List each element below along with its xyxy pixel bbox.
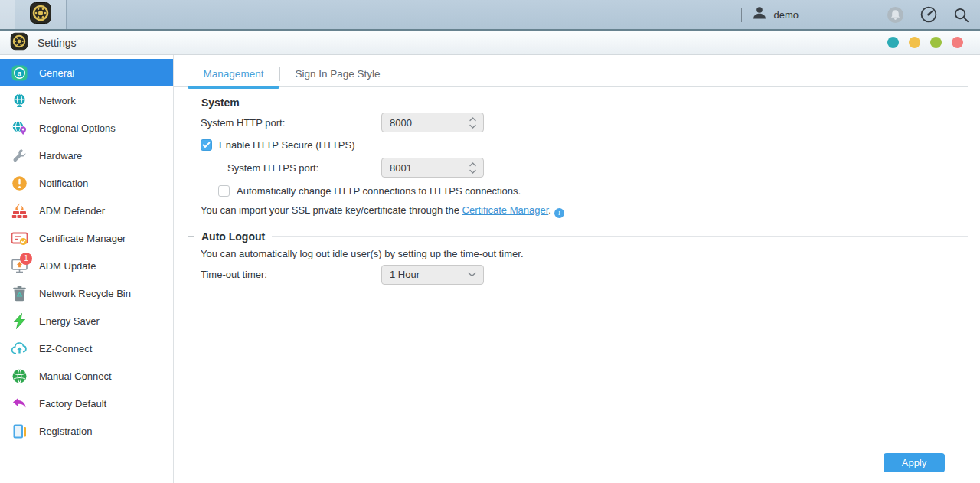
sidebar-item-general[interactable]: a General [0,59,173,86]
sidebar-item-label: Manual Connect [39,370,112,382]
adm-defender-icon [11,202,28,220]
tab-bar: Management Sign In Page Style [174,61,968,87]
sidebar-item-label: Factory Default [39,398,106,410]
sidebar-item-label: Notification [39,178,88,189]
system-section-title: System [201,96,240,109]
sidebar-item-label: Network [39,95,76,106]
auto-logout-section-header: Auto Logout [188,231,968,242]
sidebar-item-factory-default[interactable]: Factory Default [0,390,173,417]
certificate-manager-icon [11,230,28,247]
system-section-header: System [188,97,968,108]
registration-icon [11,423,28,440]
chevron-down-icon [468,272,476,277]
http-port-spinner[interactable] [381,113,484,132]
factory-default-icon [11,395,28,413]
sidebar-item-regional-options[interactable]: Regional Options [0,114,173,142]
hardware-icon [11,147,28,165]
window-titlebar[interactable]: Settings [0,31,980,55]
taskbar-divider [877,8,877,22]
auto-redirect-row: Automatically change HTTP connections to… [218,184,980,197]
timeout-timer-value: 1 Hour [390,269,420,280]
tab-management[interactable]: Management [188,61,279,86]
taskbar-edge-slot [0,0,15,29]
sidebar-item-label: ADM Defender [39,205,105,217]
sidebar: a General Network [0,55,174,483]
general-icon: a [11,64,28,82]
http-port-input[interactable] [390,117,456,129]
regional-options-icon [11,119,28,137]
tab-sign-in-page-style[interactable]: Sign In Page Style [280,61,395,86]
sidebar-item-label: General [39,67,74,79]
sidebar-item-energy-saver[interactable]: Energy Saver [0,307,173,335]
update-count-badge: 1 [20,253,32,265]
sidebar-item-certificate-manager[interactable]: Certificate Manager [0,224,173,252]
settings-app-icon [29,2,52,28]
sidebar-item-registration[interactable]: Registration [0,417,173,445]
sidebar-item-label: EZ-Connect [39,343,92,354]
sidebar-item-label: Regional Options [39,122,116,134]
notifications-bell-icon[interactable] [887,6,904,24]
auto-logout-section-title: Auto Logout [201,230,265,243]
username: demo [773,9,799,21]
section-rule [272,236,968,237]
taskbar-settings-app[interactable] [15,0,67,29]
https-port-row: System HTTPS port: [201,158,980,178]
sidebar-item-label: Network Recycle Bin [39,288,131,299]
timeout-timer-label: Time-out timer: [201,269,381,280]
main-content: Management Sign In Page Style System Sys… [174,55,980,483]
notification-icon [11,175,28,192]
apply-button[interactable]: Apply [884,453,945,472]
timeout-timer-select[interactable]: 1 Hour [381,265,484,285]
http-port-label: System HTTP port: [201,117,381,129]
info-icon[interactable]: i [554,208,564,218]
sidebar-item-label: ADM Update [39,260,96,272]
settings-window: Settings a General [0,29,980,483]
adm-update-icon: 1 [11,257,28,275]
spinner-up-icon[interactable] [469,117,476,122]
sidebar-item-label: Energy Saver [39,315,100,327]
enable-https-label: Enable HTTP Secure (HTTPS) [219,139,354,151]
sidebar-item-manual-connect[interactable]: Manual Connect [0,362,173,390]
ez-connect-icon [11,340,28,357]
energy-saver-icon [11,312,28,330]
window-control-dot-teal[interactable] [887,37,899,48]
spinner-down-icon[interactable] [469,169,476,174]
check-icon [202,142,211,148]
sidebar-item-notification[interactable]: Notification [0,169,173,197]
window-control-dot-green[interactable] [930,37,942,48]
sidebar-item-network[interactable]: Network [0,86,173,114]
window-title: Settings [38,37,77,49]
sidebar-item-adm-defender[interactable]: ADM Defender [0,197,173,224]
spinner-down-icon[interactable] [469,124,476,129]
certificate-manager-link[interactable]: Certificate Manager [462,204,549,216]
section-rule [247,103,968,103]
network-recycle-bin-icon [11,285,28,302]
network-icon [11,92,28,109]
ssl-note: You can import your SSL private key/cert… [201,204,980,218]
sidebar-item-label: Certificate Manager [39,233,126,244]
window-control-dot-yellow[interactable] [909,37,920,48]
timeout-timer-row: Time-out timer: 1 Hour [201,265,980,285]
auto-redirect-checkbox[interactable] [218,185,230,197]
enable-https-row: Enable HTTP Secure (HTTPS) [201,139,980,151]
sidebar-item-label: Hardware [39,150,82,162]
sidebar-item-network-recycle-bin[interactable]: Network Recycle Bin [0,279,173,307]
ssl-note-prefix: You can import your SSL private key/cert… [201,204,462,216]
user-menu[interactable]: demo [752,5,799,24]
sidebar-item-adm-update[interactable]: 1 ADM Update [0,252,173,279]
http-port-row: System HTTP port: [201,113,980,132]
enable-https-checkbox[interactable] [201,139,212,151]
svg-text:a: a [18,69,21,77]
sidebar-item-hardware[interactable]: Hardware [0,142,173,169]
taskbar: demo [0,0,980,29]
manual-connect-icon [11,367,28,385]
user-icon [752,5,767,24]
https-port-input[interactable] [390,162,456,174]
spinner-up-icon[interactable] [469,162,476,167]
ssl-note-suffix: . [548,204,551,216]
system-monitor-gauge-icon[interactable] [920,5,938,24]
sidebar-item-ez-connect[interactable]: EZ-Connect [0,335,173,362]
window-control-dot-red[interactable] [952,37,963,48]
https-port-spinner[interactable] [381,158,484,178]
search-icon[interactable] [952,6,970,24]
